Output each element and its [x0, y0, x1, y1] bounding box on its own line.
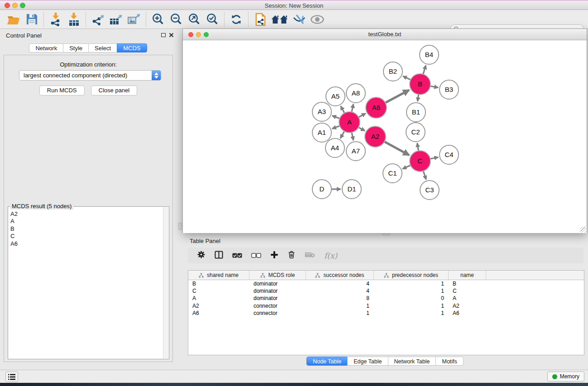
graph-node-A4[interactable]: A4 — [325, 138, 344, 157]
run-mcds-button[interactable]: Run MCDS — [39, 86, 85, 95]
column-header-name[interactable]: name — [449, 271, 486, 280]
task-history-button[interactable] — [5, 372, 18, 382]
table-row[interactable]: A6connector11A6 — [188, 310, 584, 317]
table-cell[interactable]: A2 — [449, 303, 486, 309]
criterion-dropdown[interactable]: largest connected component (directed) — [19, 70, 161, 81]
table-cell[interactable]: 4 — [306, 288, 374, 294]
network-canvas[interactable]: AA1A2A3A4A5A6A7A8BB1B2B3B4CC1C2C3C4DD1 — [183, 40, 587, 233]
close-panel-button[interactable]: Close panel — [91, 86, 138, 95]
float-panel-icon[interactable] — [161, 33, 166, 37]
table-cell[interactable]: connector — [249, 310, 306, 316]
mcds-result-item[interactable]: C — [10, 233, 163, 240]
export-table-icon[interactable] — [107, 11, 125, 28]
table-row[interactable]: Adominator80A — [188, 295, 584, 302]
graph-node-A5[interactable]: A5 — [326, 87, 345, 106]
tab-edge-table[interactable]: Edge Table — [347, 357, 388, 366]
graph-edge-B-B2[interactable] — [403, 76, 411, 80]
open-session-icon[interactable] — [5, 11, 23, 28]
graph-node-D[interactable]: D — [312, 180, 331, 199]
select-all-columns-icon[interactable] — [232, 252, 242, 260]
show-all-icon[interactable] — [308, 11, 326, 28]
graph-node-B1[interactable]: B1 — [406, 103, 425, 122]
table-cell[interactable]: connector — [249, 303, 306, 309]
graph-node-C2[interactable]: C2 — [406, 123, 425, 142]
graph-edge-A-A7[interactable] — [351, 132, 353, 141]
vertical-split-handle[interactable] — [178, 223, 182, 230]
table-cell[interactable]: 4 — [306, 281, 374, 287]
import-table-icon[interactable] — [65, 11, 83, 28]
table-cell[interactable]: C — [449, 288, 486, 294]
table-cell[interactable]: 1 — [306, 310, 374, 316]
export-image-icon[interactable] — [125, 11, 143, 28]
add-column-icon[interactable] — [270, 251, 278, 261]
tab-mcds[interactable]: MCDS — [117, 43, 147, 52]
tab-select[interactable]: Select — [88, 43, 117, 52]
table-cell[interactable]: dominator — [249, 281, 306, 287]
table-cell[interactable]: A6 — [449, 310, 486, 316]
graph-node-C4[interactable]: C4 — [440, 145, 459, 164]
graph-edge-A6-B[interactable] — [385, 90, 409, 103]
graph-node-A8[interactable]: A8 — [346, 84, 365, 103]
graph-node-B[interactable]: B — [410, 74, 430, 95]
table-cell[interactable]: B — [449, 281, 486, 287]
tab-node-table[interactable]: Node Table — [306, 357, 348, 366]
tab-motifs[interactable]: Motifs — [435, 357, 463, 366]
export-network-icon[interactable] — [89, 11, 107, 28]
refresh-layout-icon[interactable] — [227, 11, 245, 28]
graph-edge-B-B4[interactable] — [423, 65, 426, 75]
reset-view-home-icon[interactable] — [269, 11, 290, 28]
import-network-icon[interactable] — [47, 11, 65, 28]
tab-network-table[interactable]: Network Table — [388, 357, 436, 366]
graph-edge-C-C4[interactable] — [430, 157, 439, 159]
close-panel-icon[interactable] — [169, 33, 174, 38]
tab-style[interactable]: Style — [63, 43, 89, 52]
table-row[interactable]: Cdominator41C — [188, 287, 584, 295]
save-session-icon[interactable] — [23, 11, 41, 28]
table-settings-gear-icon[interactable] — [197, 250, 206, 261]
delete-column-trash-icon[interactable] — [287, 250, 296, 261]
table-cell[interactable]: 1 — [306, 303, 374, 309]
mcds-result-item[interactable]: A2 — [10, 210, 163, 218]
table-row[interactable]: Bdominator41B — [188, 280, 584, 287]
zoom-in-icon[interactable] — [149, 11, 167, 28]
tab-network[interactable]: Network — [29, 43, 63, 52]
table-cell[interactable]: A — [188, 295, 249, 301]
hide-selected-icon[interactable] — [290, 11, 308, 28]
column-header-shared-name[interactable]: shared name — [188, 271, 249, 280]
table-cell[interactable]: 1 — [374, 310, 449, 316]
table-cell[interactable]: A — [449, 295, 486, 301]
column-header-mcds-role[interactable]: MCDS role — [249, 271, 306, 280]
mcds-result-item[interactable]: A6 — [10, 240, 163, 248]
table-cell[interactable]: 8 — [306, 295, 374, 301]
column-header-predecessor-nodes[interactable]: predecessor nodes — [374, 271, 449, 280]
graph-node-C[interactable]: C — [410, 151, 430, 172]
zoom-out-icon[interactable] — [167, 11, 185, 28]
new-network-from-selection-icon[interactable] — [251, 11, 269, 28]
graph-node-C1[interactable]: C1 — [383, 164, 402, 183]
window-resize-grip[interactable] — [580, 227, 586, 233]
table-cell[interactable]: A6 — [188, 310, 249, 316]
table-cell[interactable]: 0 — [374, 295, 449, 301]
graph-node-D1[interactable]: D1 — [342, 180, 361, 199]
graph-edge-C-C3[interactable] — [423, 170, 426, 180]
graph-node-A[interactable]: A — [339, 112, 360, 133]
table-cell[interactable]: B — [188, 281, 249, 287]
memory-button[interactable]: Memory — [547, 372, 584, 381]
graph-node-A7[interactable]: A7 — [346, 142, 365, 161]
table-cell[interactable]: dominator — [249, 295, 306, 301]
graph-node-A1[interactable]: A1 — [312, 123, 331, 142]
zoom-fit-icon[interactable] — [185, 11, 203, 28]
graph-edge-A2-C[interactable] — [383, 141, 409, 155]
table-cell[interactable]: 1 — [374, 303, 449, 309]
graph-edge-C-C1[interactable] — [402, 165, 411, 169]
deselect-all-columns-icon[interactable] — [251, 252, 261, 260]
table-cell[interactable]: A2 — [188, 303, 249, 309]
graph-node-A2[interactable]: A2 — [365, 126, 386, 147]
mcds-result-scrollbar[interactable] — [163, 207, 168, 358]
table-cell[interactable]: dominator — [249, 288, 306, 294]
graph-node-B2[interactable]: B2 — [383, 62, 402, 81]
mcds-result-item[interactable]: A — [10, 218, 163, 225]
mcds-result-item[interactable]: B — [10, 225, 163, 233]
show-column-icon[interactable] — [215, 251, 223, 261]
graph-node-B3[interactable]: B3 — [440, 80, 459, 99]
